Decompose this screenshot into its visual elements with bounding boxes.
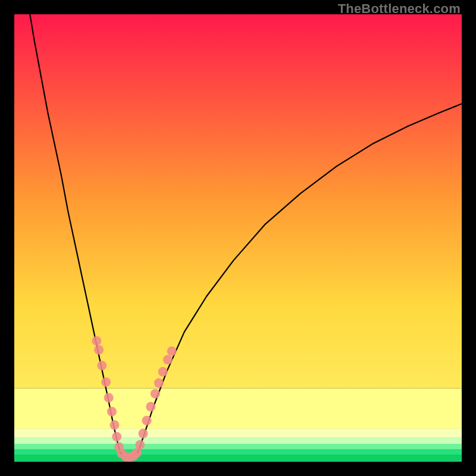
chart-frame (14, 14, 462, 462)
marker-left-marker-cluster-5 (107, 407, 117, 416)
band-2 (14, 437, 462, 444)
marker-right-marker-cluster-2 (142, 416, 152, 425)
marker-left-marker-cluster-3 (101, 377, 111, 387)
band-3 (14, 444, 462, 450)
marker-right-marker-cluster-1 (139, 429, 148, 439)
marker-left-marker-cluster-7 (112, 432, 121, 441)
marker-left-marker-cluster-2 (97, 361, 107, 370)
marker-right-marker-cluster-3 (146, 402, 155, 412)
marker-right-marker-cluster-5 (154, 378, 164, 388)
chart-svg (14, 14, 462, 462)
marker-right-marker-cluster-0 (135, 440, 145, 449)
marker-left-marker-cluster-4 (104, 393, 114, 402)
band-4 (14, 449, 462, 455)
marker-right-marker-cluster-7 (163, 355, 173, 365)
marker-right-marker-cluster-4 (151, 389, 160, 399)
marker-right-marker-cluster-6 (158, 367, 168, 377)
marker-left-marker-cluster-0 (92, 336, 101, 346)
marker-right-marker-cluster-8 (167, 346, 177, 356)
band-5 (14, 455, 462, 462)
marker-left-marker-cluster-1 (94, 345, 104, 355)
band-0 (14, 389, 462, 429)
band-1 (14, 428, 462, 438)
watermark-text: TheBottleneck.com (338, 1, 461, 17)
gradient-bg (14, 14, 462, 389)
marker-left-marker-cluster-6 (109, 420, 119, 430)
